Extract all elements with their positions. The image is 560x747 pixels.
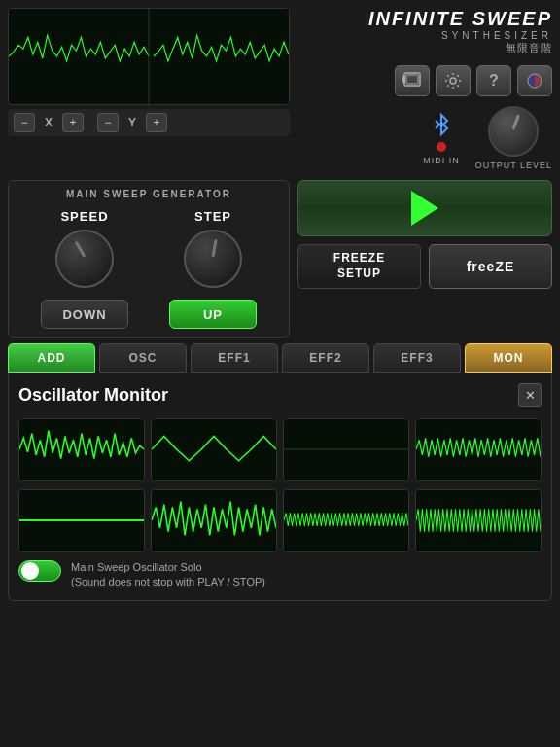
tab-eff1[interactable]: EFF1 (191, 343, 278, 373)
osc-cell-7[interactable] (283, 489, 409, 552)
x-plus-button[interactable]: + (62, 113, 84, 132)
settings-button[interactable] (436, 65, 471, 96)
svg-rect-3 (406, 75, 418, 84)
tab-mon[interactable]: MON (465, 343, 552, 373)
osc-cell-6[interactable] (151, 489, 277, 552)
right-controls: FREEZE SETUP freeZE (298, 180, 552, 338)
tab-eff2[interactable]: EFF2 (282, 343, 369, 373)
preset-button[interactable] (395, 65, 430, 96)
solo-toggle[interactable] (18, 560, 61, 582)
waveform-controls: − X + − Y + (8, 109, 290, 136)
up-button[interactable]: UP (169, 300, 257, 329)
osc-cell-4[interactable] (415, 418, 542, 481)
osc-footer: Main Sweep Oscillator Solo (Sound does n… (18, 560, 542, 590)
top-section: − X + − Y + INFINITE SWEEP SYNTHESIZER 無… (0, 0, 560, 178)
freeze-label: freeZE (467, 258, 515, 275)
freeze-row: FREEZE SETUP freeZE (298, 244, 552, 289)
sweep-title: MAIN SWEEP GENERATOR (20, 189, 277, 199)
svg-rect-4 (402, 76, 405, 83)
app-chinese: 無限音階 (298, 41, 552, 55)
speed-knob[interactable] (55, 230, 114, 288)
osc-grid-row2 (18, 489, 542, 552)
osc-monitor-header: Oscillator Monitor ✕ (18, 383, 542, 407)
y-minus-button[interactable]: − (97, 113, 119, 132)
app-subtitle: SYNTHESIZER (298, 30, 552, 41)
midi-section: MIDI IN (423, 111, 460, 165)
tabs-row: ADD OSC EFF1 EFF2 EFF3 MON (0, 343, 560, 373)
osc-monitor-title: Oscillator Monitor (18, 385, 168, 406)
osc-grid-row1 (18, 418, 542, 481)
y-label: Y (124, 116, 140, 129)
color-button[interactable] (517, 65, 552, 96)
osc-footer-text: Main Sweep Oscillator Solo (Sound does n… (71, 560, 265, 590)
logo-area: INFINITE SWEEP SYNTHESIZER 無限音階 (298, 8, 552, 55)
svg-rect-18 (284, 490, 408, 551)
svg-rect-19 (416, 490, 541, 551)
direction-buttons: DOWN UP (20, 300, 277, 329)
bluetooth-icon[interactable] (428, 111, 455, 138)
svg-rect-14 (416, 419, 541, 480)
toolbar-buttons: ? (298, 65, 552, 96)
osc-cell-5[interactable] (18, 489, 145, 552)
top-right-panel: INFINITE SWEEP SYNTHESIZER 無限音階 ? (298, 8, 552, 170)
play-button[interactable] (298, 180, 552, 236)
middle-section: MAIN SWEEP GENERATOR SPEED STEP DOWN UP … (0, 180, 560, 338)
freeze-setup-button[interactable]: FREEZE SETUP (298, 244, 421, 289)
midi-indicator (437, 142, 446, 152)
output-level-knob[interactable] (488, 106, 539, 157)
speed-knob-group: SPEED (55, 209, 114, 288)
osc-cell-2[interactable] (151, 418, 277, 481)
tab-add[interactable]: ADD (8, 343, 95, 373)
svg-point-5 (450, 78, 456, 84)
osc-cell-1[interactable] (18, 418, 145, 481)
freeze-button[interactable]: freeZE (429, 244, 552, 289)
help-button[interactable]: ? (476, 65, 511, 96)
x-minus-button[interactable]: − (14, 113, 35, 132)
osc-cell-3[interactable] (283, 418, 409, 481)
play-icon (411, 191, 438, 226)
close-button[interactable]: ✕ (518, 383, 542, 407)
output-level-section: OUTPUT LEVEL (475, 106, 552, 170)
y-plus-button[interactable]: + (146, 113, 167, 132)
sweep-generator: MAIN SWEEP GENERATOR SPEED STEP DOWN UP (8, 180, 290, 338)
x-label: X (41, 116, 56, 129)
waveform-display (8, 8, 290, 105)
down-button[interactable]: DOWN (41, 300, 128, 329)
speed-label: SPEED (60, 209, 108, 224)
knob-row: SPEED STEP (20, 209, 277, 288)
app-title: INFINITE SWEEP (298, 8, 552, 30)
midi-output-row: MIDI IN OUTPUT LEVEL (298, 106, 552, 170)
tab-osc[interactable]: OSC (99, 343, 187, 373)
step-knob[interactable] (184, 230, 242, 288)
output-label: OUTPUT LEVEL (475, 160, 552, 170)
osc-monitor-panel: Oscillator Monitor ✕ (8, 373, 552, 601)
osc-cell-8[interactable] (415, 489, 542, 552)
step-knob-group: STEP (184, 209, 242, 288)
step-label: STEP (194, 209, 231, 224)
svg-rect-11 (152, 419, 276, 480)
tab-eff3[interactable]: EFF3 (373, 343, 461, 373)
midi-label: MIDI IN (423, 156, 460, 165)
